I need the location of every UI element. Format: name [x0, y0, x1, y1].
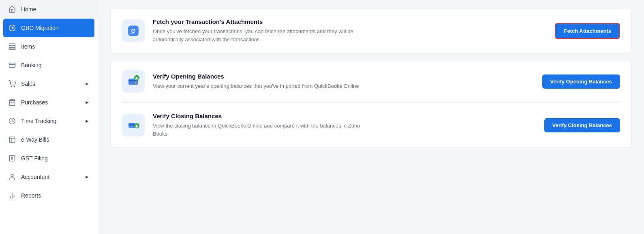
verify-closing-row: Verify Closing Balances View the closing…: [111, 103, 631, 147]
sidebar-item-purchases[interactable]: Purchases ►: [0, 93, 98, 112]
verify-closing-title: Verify Closing Balances: [153, 113, 536, 119]
fetch-attachments-button[interactable]: Fetch Attachments: [555, 23, 620, 39]
time-icon: [8, 117, 16, 125]
fetch-attachments-row: G Fetch your Transaction's Attachments O…: [111, 9, 631, 53]
chevron-right-icon: ►: [85, 174, 90, 180]
sidebar-item-qbo-migration[interactable]: QBO Migration: [3, 19, 94, 37]
svg-text:G: G: [131, 28, 135, 34]
verify-opening-button[interactable]: Verify Opening Balances: [542, 74, 620, 89]
chevron-right-icon: ►: [85, 81, 90, 87]
svg-rect-21: [129, 33, 133, 34]
banking-icon: [8, 61, 16, 69]
sidebar-item-label: Reports: [21, 192, 41, 199]
svg-rect-25: [135, 82, 137, 83]
verify-closing-content: Verify Closing Balances View the closing…: [153, 113, 536, 138]
fetch-attachments-icon: G: [122, 19, 145, 42]
chevron-right-icon: ►: [85, 118, 90, 124]
fetch-attachments-card: G Fetch your Transaction's Attachments O…: [110, 8, 632, 53]
fetch-attachments-content: Fetch your Transaction's Attachments Onc…: [153, 18, 547, 43]
svg-rect-3: [9, 46, 15, 48]
verify-opening-content: Verify Opening Balances View your curren…: [153, 73, 534, 90]
svg-rect-11: [9, 137, 15, 143]
verify-opening-desc: View your current year's opening balance…: [153, 82, 364, 90]
sidebar-item-label: Banking: [21, 62, 42, 68]
sidebar-item-label: Accountant: [21, 174, 49, 180]
verify-opening-icon: [122, 70, 145, 93]
gst-icon: [8, 154, 16, 162]
main-content: G Fetch your Transaction's Attachments O…: [98, 0, 644, 234]
sidebar-item-items[interactable]: Items: [0, 37, 98, 56]
svg-rect-2: [9, 44, 15, 45]
svg-point-15: [11, 174, 13, 177]
svg-rect-5: [9, 63, 15, 68]
sidebar-item-label: Home: [21, 6, 36, 13]
sidebar-item-accountant[interactable]: Accountant ►: [0, 168, 98, 186]
verify-opening-row: Verify Opening Balances View your curren…: [111, 60, 631, 102]
balances-card: Verify Opening Balances View your curren…: [110, 60, 632, 148]
reports-icon: [8, 191, 16, 200]
accountant-icon: [8, 173, 16, 181]
sidebar-item-label: e-Way Bills: [21, 136, 49, 143]
verify-closing-icon: [122, 114, 145, 136]
sidebar-item-label: Sales: [21, 81, 35, 87]
sidebar-item-label: QBO Migration: [21, 25, 59, 31]
sidebar-item-label: Purchases: [21, 99, 48, 106]
verify-closing-desc: View the closing balance in QuickBooks O…: [153, 122, 364, 138]
chevron-right-icon: ►: [85, 100, 90, 105]
svg-point-7: [11, 86, 12, 87]
home-icon: [8, 5, 16, 13]
fetch-attachments-title: Fetch your Transaction's Attachments: [153, 18, 547, 25]
sidebar-item-eway-bills[interactable]: e-Way Bills: [0, 130, 98, 149]
verify-closing-button[interactable]: Verify Closing Balances: [544, 118, 620, 132]
verify-opening-title: Verify Opening Balances: [153, 73, 534, 80]
sidebar-item-label: Time Tracking: [21, 118, 56, 124]
eway-icon: [8, 136, 16, 144]
sidebar-item-gst-filing[interactable]: GST Filing: [0, 149, 98, 168]
sidebar-item-home[interactable]: Home: [0, 0, 98, 19]
fetch-attachments-desc: Once you've fetched your transactions, y…: [153, 28, 364, 43]
purchases-icon: [8, 98, 16, 106]
svg-rect-4: [9, 48, 15, 50]
migration-icon: [8, 24, 16, 32]
sidebar-item-label: GST Filing: [21, 155, 48, 162]
sidebar: Home QBO Migration Items: [0, 0, 98, 234]
svg-point-8: [14, 86, 15, 87]
sidebar-item-sales[interactable]: Sales ►: [0, 74, 98, 93]
sidebar-item-banking[interactable]: Banking: [0, 56, 98, 74]
sales-icon: [8, 80, 16, 88]
sidebar-item-time-tracking[interactable]: Time Tracking ►: [0, 112, 98, 130]
sidebar-item-label: Items: [21, 43, 35, 50]
sidebar-item-reports[interactable]: Reports: [0, 186, 98, 205]
items-icon: [8, 43, 16, 51]
